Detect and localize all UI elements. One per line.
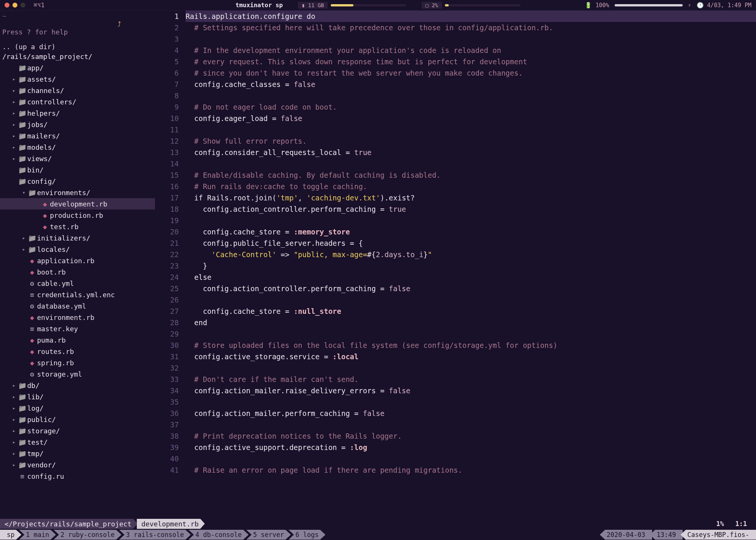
tree-item[interactable]: ▸lib/ [0, 391, 155, 402]
tree-item[interactable]: environment.rb [0, 312, 155, 323]
tree-item-label: credentials.yml.enc [37, 291, 115, 299]
cursor-position: 1:1 [735, 520, 756, 528]
tmux-window[interactable]: 2 ruby-console [54, 530, 121, 540]
tree-item[interactable]: boot.rb [0, 266, 155, 278]
tree-item[interactable]: routes.rb [0, 346, 155, 357]
expand-arrow-icon[interactable]: ▸ [11, 144, 17, 150]
tree-root[interactable]: /rails/sample_project/ [0, 51, 155, 62]
expand-arrow-icon[interactable]: ▸ [11, 87, 17, 93]
expand-arrow-icon[interactable]: ▸ [11, 450, 17, 456]
code-editor[interactable]: 1234567891011121314151617181920212223242… [155, 11, 756, 519]
expand-arrow-icon[interactable]: ▸ [11, 439, 17, 445]
tree-item[interactable]: ▸channels/ [0, 85, 155, 96]
cursor-icon: ⤴ [0, 20, 155, 28]
tree-item-label: mailers/ [27, 132, 60, 140]
tmux-window[interactable]: 1 main [19, 530, 56, 540]
tree-item[interactable]: ▸locales/ [0, 244, 155, 255]
expand-arrow-icon[interactable]: ▸ [11, 155, 17, 161]
tree-item[interactable]: development.rb [0, 198, 155, 209]
tree-item[interactable]: ▸storage/ [0, 425, 155, 436]
tree-item[interactable]: cable.yml [0, 278, 155, 289]
maximize-icon[interactable] [20, 3, 25, 8]
folder-icon [17, 155, 27, 163]
expand-arrow-icon[interactable]: ▸ [20, 246, 27, 252]
tree-item-label: puma.rb [37, 336, 66, 344]
tmux-window[interactable]: 5 server [246, 530, 291, 540]
tree-item[interactable]: ▸assets/ [0, 73, 155, 85]
expand-arrow-icon[interactable]: ▸ [11, 99, 17, 105]
file-tree-sidebar[interactable]: ~ ⤴ Press ? for help .. (up a dir) /rail… [0, 11, 155, 519]
tree-item[interactable]: database.yml [0, 300, 155, 312]
tree-item[interactable]: ▸jobs/ [0, 119, 155, 130]
tree-item[interactable]: application.rb [0, 255, 155, 266]
folder-icon [17, 87, 27, 95]
tree-item[interactable]: production.rb [0, 209, 155, 221]
enc-icon [17, 472, 27, 480]
tmux-window[interactable]: 6 logs [288, 530, 325, 540]
up-directory[interactable]: .. (up a dir) [0, 43, 155, 51]
keyboard-indicator: ⌘⌥1 [34, 2, 45, 9]
tree-item-label: storage/ [27, 427, 60, 435]
tree-item[interactable]: ▸helpers/ [0, 107, 155, 119]
tree-item[interactable]: spring.rb [0, 357, 155, 368]
tree-item[interactable]: ▸views/ [0, 153, 155, 164]
expand-arrow-icon[interactable]: ▸ [11, 416, 17, 422]
tree-item-label: helpers/ [27, 109, 60, 117]
tree-item-label: development.rb [50, 200, 107, 208]
folder-icon [17, 132, 27, 140]
tree-item[interactable]: master.key [0, 323, 155, 334]
tree-item[interactable]: storage.yml [0, 368, 155, 380]
expand-arrow-icon[interactable]: ▸ [11, 133, 17, 139]
tree-item[interactable]: ▸controllers/ [0, 96, 155, 107]
tree-item[interactable]: ▸vendor/ [0, 459, 155, 470]
tree-item[interactable]: ▸db/ [0, 380, 155, 391]
window-controls[interactable] [5, 3, 25, 8]
tree-item[interactable]: config.ru [0, 470, 155, 482]
breadcrumb: </Projects/rails/sample_project developm… [0, 518, 204, 529]
tree-item[interactable]: credentials.yml.enc [0, 289, 155, 300]
expand-arrow-icon[interactable]: ▸ [11, 121, 17, 127]
code-content[interactable]: Rails.application.configure do # Setting… [186, 11, 756, 476]
ram-badge: ▮ 11 GB [298, 2, 328, 9]
tree-item[interactable]: config/ [0, 175, 155, 187]
tree-item-label: master.key [37, 325, 78, 333]
tree-item[interactable]: ▸models/ [0, 141, 155, 153]
tree-item[interactable]: bin/ [0, 164, 155, 175]
tree-item-label: channels/ [27, 87, 64, 95]
tree-item-label: views/ [27, 155, 52, 163]
expand-arrow-icon[interactable]: ▸ [11, 76, 17, 82]
macos-menubar: ⌘⌥1 tmuxinator sp ▮ 11 GB ▢ 2% 🔋 100% ⚡ … [0, 0, 756, 11]
expand-arrow-icon[interactable]: ▸ [11, 110, 17, 116]
tree-item-label: storage.yml [37, 370, 82, 378]
ruby-icon [27, 257, 37, 265]
tree-item[interactable]: test.rb [0, 221, 155, 232]
tmux-session[interactable]: sp [0, 530, 21, 540]
tmux-window[interactable]: 4 db-console [189, 530, 249, 540]
tree-item[interactable]: ▸log/ [0, 402, 155, 414]
minimize-icon[interactable] [12, 3, 17, 8]
expand-arrow-icon[interactable]: ▸ [11, 405, 17, 411]
tree-item-label: app/ [27, 64, 43, 72]
expand-arrow-icon[interactable]: ▸ [11, 394, 17, 400]
tree-item[interactable]: app/ [0, 62, 155, 73]
expand-arrow-icon[interactable]: ▸ [11, 428, 17, 434]
tree-item[interactable]: ▸tmp/ [0, 448, 155, 459]
expand-arrow-icon[interactable]: ▸ [11, 382, 17, 388]
tree-item[interactable]: ▸test/ [0, 436, 155, 448]
expand-arrow-icon[interactable]: ▾ [20, 189, 27, 196]
scroll-percent: 1% [716, 520, 735, 528]
expand-arrow-icon[interactable]: ▸ [20, 235, 27, 241]
tree-item[interactable]: ▸public/ [0, 414, 155, 425]
tree-item[interactable]: ▸initializers/ [0, 232, 155, 244]
tree-item-label: cable.yml [37, 279, 74, 287]
breadcrumb-file: development.rb [137, 519, 205, 529]
tree-item-label: log/ [27, 404, 43, 412]
tmux-window[interactable]: 3 rails-console [119, 530, 191, 540]
folder-icon [17, 143, 27, 151]
tree-item[interactable]: puma.rb [0, 334, 155, 346]
expand-arrow-icon[interactable]: ▸ [11, 462, 17, 468]
yml-icon [27, 279, 37, 287]
tree-item[interactable]: ▾environments/ [0, 187, 155, 198]
close-icon[interactable] [5, 3, 9, 8]
tree-item[interactable]: ▸mailers/ [0, 130, 155, 141]
